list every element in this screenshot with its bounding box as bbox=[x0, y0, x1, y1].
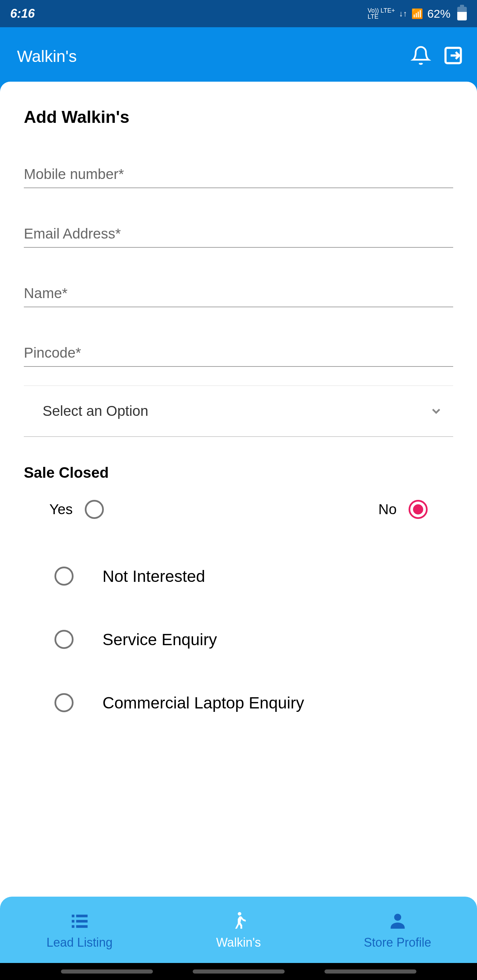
svg-rect-5 bbox=[72, 925, 74, 928]
radio-circle bbox=[54, 630, 73, 649]
option-select[interactable]: Select an Option bbox=[24, 385, 453, 437]
list-icon bbox=[69, 910, 90, 931]
sale-closed-radios: Yes No bbox=[24, 500, 453, 519]
battery-percent: 62% bbox=[427, 7, 450, 21]
mobile-number-input[interactable] bbox=[24, 161, 453, 188]
system-nav-bar bbox=[0, 963, 477, 980]
yes-label: Yes bbox=[49, 501, 73, 517]
svg-rect-3 bbox=[72, 920, 74, 923]
svg-rect-6 bbox=[76, 925, 88, 928]
no-label: No bbox=[378, 501, 397, 517]
exit-icon[interactable] bbox=[443, 45, 463, 67]
app-header: Walkin's bbox=[0, 27, 477, 85]
battery-icon bbox=[457, 7, 467, 21]
name-input[interactable] bbox=[24, 280, 453, 307]
nav-walkins[interactable]: Walkin's bbox=[159, 910, 318, 950]
notification-icon[interactable] bbox=[411, 45, 431, 67]
option-label: Not Interested bbox=[102, 567, 205, 585]
recent-apps-button[interactable] bbox=[61, 969, 153, 974]
svg-point-8 bbox=[394, 914, 401, 921]
walking-person-icon bbox=[228, 910, 249, 931]
select-label: Select an Option bbox=[43, 403, 148, 419]
svg-rect-2 bbox=[76, 914, 88, 917]
option-service-enquiry[interactable]: Service Enquiry bbox=[54, 630, 453, 649]
data-arrows-icon: ↓↑ bbox=[399, 9, 407, 18]
sale-closed-no[interactable]: No bbox=[378, 500, 428, 519]
status-right: Vo)) LTE+ LTE ↓↑ 📶 62% bbox=[368, 7, 467, 21]
bottom-nav: Lead Listing Walkin's Store Profile bbox=[0, 897, 477, 963]
nav-label: Walkin's bbox=[216, 935, 261, 950]
radio-circle-yes bbox=[85, 500, 104, 519]
status-time: 6:16 bbox=[10, 6, 35, 21]
sale-closed-title: Sale Closed bbox=[24, 464, 453, 481]
option-label: Service Enquiry bbox=[102, 630, 217, 649]
svg-rect-1 bbox=[72, 914, 74, 917]
main-content: Add Walkin's Select an Option Sale Close… bbox=[0, 82, 477, 963]
nav-label: Store Profile bbox=[364, 935, 431, 950]
svg-rect-4 bbox=[76, 920, 88, 923]
svg-point-7 bbox=[238, 912, 241, 915]
chevron-down-icon bbox=[429, 404, 443, 418]
signal-icon: 📶 bbox=[411, 8, 423, 19]
reason-options: Not Interested Service Enquiry Commercia… bbox=[24, 566, 453, 712]
radio-circle bbox=[54, 566, 73, 585]
radio-circle-no bbox=[408, 500, 428, 519]
option-not-interested[interactable]: Not Interested bbox=[54, 566, 453, 585]
person-icon bbox=[387, 910, 408, 931]
option-commercial-laptop[interactable]: Commercial Laptop Enquiry bbox=[54, 693, 453, 712]
lte-indicator: Vo)) LTE+ LTE bbox=[368, 8, 395, 20]
email-address-input[interactable] bbox=[24, 221, 453, 248]
nav-store-profile[interactable]: Store Profile bbox=[318, 910, 477, 950]
header-title: Walkin's bbox=[17, 47, 77, 66]
page-title: Add Walkin's bbox=[24, 107, 453, 127]
radio-circle bbox=[54, 693, 73, 712]
nav-lead-listing[interactable]: Lead Listing bbox=[0, 910, 159, 950]
nav-label: Lead Listing bbox=[46, 935, 112, 950]
option-label: Commercial Laptop Enquiry bbox=[102, 694, 304, 712]
sale-closed-yes[interactable]: Yes bbox=[49, 500, 378, 519]
back-button[interactable] bbox=[324, 969, 416, 974]
pincode-input[interactable] bbox=[24, 340, 453, 367]
home-button[interactable] bbox=[193, 969, 285, 974]
status-bar: 6:16 Vo)) LTE+ LTE ↓↑ 📶 62% bbox=[0, 0, 477, 27]
